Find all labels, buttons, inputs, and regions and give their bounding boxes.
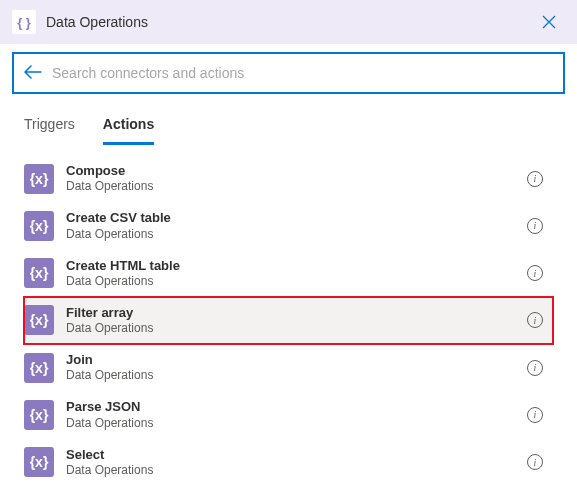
item-title: Compose <box>66 163 515 179</box>
actions-list: {x} Compose Data Operations i {x} Create… <box>0 145 577 486</box>
header-icon-glyph: { } <box>17 15 31 30</box>
item-text: Create CSV table Data Operations <box>66 210 515 241</box>
info-icon[interactable]: i <box>527 171 543 187</box>
braces-icon: {x} <box>24 305 54 335</box>
item-text: Compose Data Operations <box>66 163 515 194</box>
item-subtitle: Data Operations <box>66 179 515 194</box>
info-icon[interactable]: i <box>527 454 543 470</box>
panel-header: { } Data Operations <box>0 0 577 44</box>
item-subtitle: Data Operations <box>66 274 515 289</box>
item-text: Create HTML table Data Operations <box>66 258 515 289</box>
action-item-join[interactable]: {x} Join Data Operations i <box>24 344 553 391</box>
close-button[interactable] <box>533 6 565 38</box>
braces-icon: {x} <box>24 164 54 194</box>
data-operations-icon: { } <box>12 10 36 34</box>
item-subtitle: Data Operations <box>66 463 515 478</box>
braces-icon: {x} <box>24 400 54 430</box>
item-text: Parse JSON Data Operations <box>66 399 515 430</box>
header-left: { } Data Operations <box>12 10 148 34</box>
action-item-parse-json[interactable]: {x} Parse JSON Data Operations i <box>24 391 553 438</box>
item-title: Create HTML table <box>66 258 515 274</box>
item-text: Filter array Data Operations <box>66 305 515 336</box>
info-icon[interactable]: i <box>527 312 543 328</box>
item-subtitle: Data Operations <box>66 321 515 336</box>
info-icon[interactable]: i <box>527 265 543 281</box>
braces-icon: {x} <box>24 258 54 288</box>
item-subtitle: Data Operations <box>66 416 515 431</box>
item-subtitle: Data Operations <box>66 368 515 383</box>
item-title: Select <box>66 447 515 463</box>
braces-icon: {x} <box>24 211 54 241</box>
action-item-filter-array[interactable]: {x} Filter array Data Operations i <box>24 297 553 344</box>
braces-icon: {x} <box>24 353 54 383</box>
info-icon[interactable]: i <box>527 360 543 376</box>
action-item-create-csv-table[interactable]: {x} Create CSV table Data Operations i <box>24 202 553 249</box>
item-subtitle: Data Operations <box>66 227 515 242</box>
info-icon[interactable]: i <box>527 407 543 423</box>
item-title: Filter array <box>66 305 515 321</box>
search-box <box>12 52 565 94</box>
tabs: Triggers Actions <box>0 102 577 145</box>
tab-triggers[interactable]: Triggers <box>24 116 75 145</box>
action-item-compose[interactable]: {x} Compose Data Operations i <box>24 155 553 202</box>
item-title: Parse JSON <box>66 399 515 415</box>
back-arrow-icon[interactable] <box>24 63 42 84</box>
search-input[interactable] <box>52 65 553 81</box>
item-title: Join <box>66 352 515 368</box>
panel-title: Data Operations <box>46 14 148 30</box>
tab-actions[interactable]: Actions <box>103 116 154 145</box>
info-icon[interactable]: i <box>527 218 543 234</box>
action-item-select[interactable]: {x} Select Data Operations i <box>24 439 553 486</box>
action-item-create-html-table[interactable]: {x} Create HTML table Data Operations i <box>24 250 553 297</box>
item-text: Join Data Operations <box>66 352 515 383</box>
item-title: Create CSV table <box>66 210 515 226</box>
braces-icon: {x} <box>24 447 54 477</box>
item-text: Select Data Operations <box>66 447 515 478</box>
close-icon <box>542 15 556 29</box>
search-row <box>0 44 577 102</box>
